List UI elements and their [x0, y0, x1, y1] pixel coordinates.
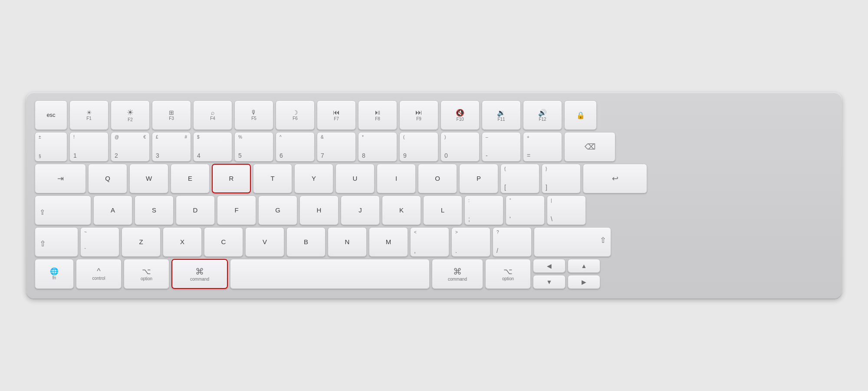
key-lock[interactable]: 🔒: [564, 100, 597, 130]
key-control[interactable]: ^ control: [76, 259, 122, 289]
key-e[interactable]: E: [171, 164, 210, 193]
key-f3[interactable]: ⊞ F3: [152, 100, 191, 130]
key-n[interactable]: N: [328, 227, 367, 257]
key-f9[interactable]: ⏭ F9: [399, 100, 438, 130]
key-lshift[interactable]: ⇧: [35, 227, 78, 257]
key-f12[interactable]: 🔊 F12: [523, 100, 562, 130]
key-rbracket[interactable]: } ]: [542, 164, 581, 193]
key-u[interactable]: U: [335, 164, 375, 193]
key-h[interactable]: H: [299, 196, 339, 225]
key-3[interactable]: £ # 3: [152, 132, 191, 162]
key-j[interactable]: J: [341, 196, 380, 225]
function-row: esc ☀ F1 ☀ F2 ⊞ F3 ⌕ F4 🎙 F5 ☽ F6: [35, 100, 833, 130]
key-space[interactable]: [230, 259, 430, 289]
key-backtick[interactable]: ~ `: [80, 227, 119, 257]
key-f10[interactable]: 🔇 F10: [441, 100, 480, 130]
key-return[interactable]: ↩: [583, 164, 647, 193]
key-w[interactable]: W: [129, 164, 168, 193]
key-p[interactable]: P: [459, 164, 498, 193]
key-slash[interactable]: ? /: [493, 227, 532, 257]
key-arrow-right[interactable]: ▶: [568, 275, 600, 289]
key-1[interactable]: ! 1: [69, 132, 108, 162]
key-c[interactable]: C: [204, 227, 243, 257]
key-equals[interactable]: + =: [523, 132, 562, 162]
key-left-option[interactable]: ⌥ option: [124, 259, 169, 289]
key-backspace[interactable]: ⌫: [564, 132, 615, 162]
key-lbracket[interactable]: { [: [500, 164, 539, 193]
key-minus[interactable]: – -: [482, 132, 521, 162]
key-a[interactable]: A: [93, 196, 132, 225]
key-quote[interactable]: " ': [506, 196, 545, 225]
qwerty-row: ⇥ Q W E R T Y U I O P: [35, 164, 833, 193]
key-v[interactable]: V: [245, 227, 284, 257]
key-comma[interactable]: < ,: [410, 227, 449, 257]
key-rshift[interactable]: ⇧: [534, 227, 611, 257]
number-row: ± § ! 1 @ € 2 £ # 3 $ 4 % 5: [35, 132, 833, 162]
arrow-keys: ◀ ▲ ▼ ▶: [533, 259, 600, 289]
key-right-command[interactable]: ⌘ command: [432, 259, 483, 289]
key-backslash[interactable]: | \: [547, 196, 586, 225]
key-6[interactable]: ^ 6: [276, 132, 315, 162]
key-f[interactable]: F: [217, 196, 256, 225]
bottom-row: 🌐 fn ^ control ⌥ option ⌘ command ⌘ comm…: [35, 259, 833, 289]
keyboard: esc ☀ F1 ☀ F2 ⊞ F3 ⌕ F4 🎙 F5 ☽ F6: [26, 93, 842, 298]
key-i[interactable]: I: [377, 164, 416, 193]
key-period[interactable]: > .: [451, 227, 490, 257]
key-t[interactable]: T: [253, 164, 292, 193]
key-o[interactable]: O: [418, 164, 457, 193]
key-capslock[interactable]: ⇪: [35, 196, 91, 225]
key-7[interactable]: & 7: [317, 132, 356, 162]
key-x[interactable]: X: [163, 227, 202, 257]
key-s[interactable]: S: [135, 196, 174, 225]
key-f5[interactable]: 🎙 F5: [234, 100, 273, 130]
key-q[interactable]: Q: [88, 164, 127, 193]
key-arrow-down[interactable]: ▼: [533, 275, 566, 289]
key-m[interactable]: M: [369, 227, 408, 257]
key-4[interactable]: $ 4: [193, 132, 232, 162]
key-r[interactable]: R: [212, 164, 251, 193]
asdf-row: ⇪ A S D F G H J K L : ;: [35, 196, 833, 225]
key-g[interactable]: G: [258, 196, 297, 225]
key-esc[interactable]: esc: [35, 100, 67, 130]
zxcv-row: ⇧ ~ ` Z X C V B N M < ,: [35, 227, 833, 257]
key-semicolon[interactable]: : ;: [464, 196, 503, 225]
key-f2[interactable]: ☀ F2: [111, 100, 150, 130]
key-tab[interactable]: ⇥: [35, 164, 86, 193]
key-9[interactable]: ( 9: [399, 132, 438, 162]
key-5[interactable]: % 5: [234, 132, 273, 162]
key-f11[interactable]: 🔉 F11: [482, 100, 521, 130]
key-b[interactable]: B: [286, 227, 326, 257]
key-f4[interactable]: ⌕ F4: [193, 100, 232, 130]
key-f6[interactable]: ☽ F6: [276, 100, 315, 130]
key-d[interactable]: D: [176, 196, 215, 225]
key-arrow-up[interactable]: ▲: [568, 259, 600, 273]
key-k[interactable]: K: [382, 196, 421, 225]
key-y[interactable]: Y: [294, 164, 333, 193]
key-z[interactable]: Z: [122, 227, 161, 257]
key-fn[interactable]: 🌐 fn: [35, 259, 74, 289]
key-section[interactable]: ± §: [35, 132, 67, 162]
key-left-command[interactable]: ⌘ command: [171, 259, 228, 289]
key-l[interactable]: L: [423, 196, 462, 225]
key-right-option[interactable]: ⌥ option: [485, 259, 531, 289]
key-arrow-left[interactable]: ◀: [533, 259, 566, 273]
key-8[interactable]: * 8: [358, 132, 397, 162]
key-f1[interactable]: ☀ F1: [69, 100, 108, 130]
key-f8[interactable]: ⏯ F8: [358, 100, 397, 130]
key-2[interactable]: @ € 2: [111, 132, 150, 162]
key-f7[interactable]: ⏮ F7: [317, 100, 356, 130]
key-0[interactable]: ) 0: [441, 132, 480, 162]
